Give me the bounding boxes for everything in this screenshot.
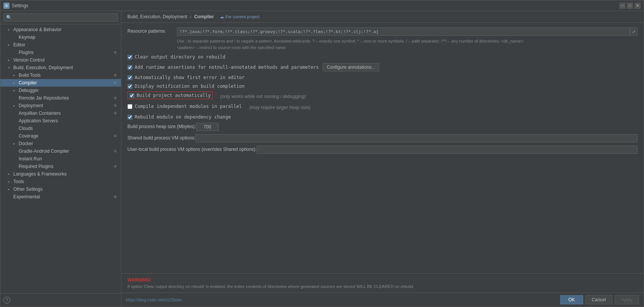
sidebar-item-other-settings[interactable]: ▸ Other Settings xyxy=(0,185,121,193)
resource-patterns-field-container: ⤢ xyxy=(177,27,638,36)
help-icon: ? xyxy=(6,298,8,302)
maximize-button[interactable]: □ xyxy=(627,3,633,9)
sidebar-item-label: Instant Run xyxy=(19,156,118,161)
sidebar-item-label: Build Tools xyxy=(19,73,113,78)
sidebar-item-label: Version Control xyxy=(13,57,118,63)
close-button[interactable]: ✕ xyxy=(634,3,641,9)
display-notification-label: Display notification on build completion xyxy=(135,84,245,89)
expand-button[interactable]: ⤢ xyxy=(630,27,638,36)
current-project-badge: ☁ For current project xyxy=(220,14,259,19)
heap-size-label: Build process heap size (Mbytes): xyxy=(127,123,196,129)
breadcrumb: Build, Execution, Deployment › Compiler xyxy=(127,14,214,19)
compile-parallel-label: Compile independent modules in parallel xyxy=(135,104,242,109)
sidebar-item-label: Debugger xyxy=(19,88,118,93)
build-automatically-checkbox[interactable] xyxy=(129,93,134,98)
clear-output-label: Clear output directory on rebuild xyxy=(135,54,225,60)
show-first-error-label: Automatically show first error in editor xyxy=(135,75,245,80)
settings-icon: ⚙ xyxy=(113,103,118,108)
breadcrumb-current: Compiler xyxy=(194,14,214,19)
sidebar-item-required-plugins[interactable]: Required Plugins ⚙ xyxy=(0,163,121,170)
sidebar-item-clouds[interactable]: Clouds xyxy=(0,125,121,132)
sidebar-item-build-tools[interactable]: ▸ Build Tools ⚙ xyxy=(0,71,121,79)
sidebar-item-label: Languages & Frameworks xyxy=(13,171,118,177)
display-notification-checkbox[interactable] xyxy=(127,84,132,89)
sidebar-item-languages[interactable]: ▸ Languages & Frameworks xyxy=(0,170,121,178)
main-content: ▸ Appearance & Behavior Keymap ▸ Editor … xyxy=(0,11,644,307)
resource-patterns-hint: Use ; to separate patterns and ! to nega… xyxy=(177,38,638,51)
sidebar-item-label: Other Settings xyxy=(13,187,118,192)
minimize-button[interactable]: ─ xyxy=(619,3,625,9)
arrow-icon: ▸ xyxy=(13,104,18,108)
configure-annotations-button[interactable]: Configure annotations... xyxy=(323,63,379,71)
arrow-icon: ▸ xyxy=(13,89,18,92)
settings-icon: ⚙ xyxy=(113,133,118,139)
sidebar-item-docker[interactable]: ▸ Docker xyxy=(0,140,121,147)
sidebar-item-deployment[interactable]: ▸ Deployment ⚙ xyxy=(0,102,121,109)
bottom-bar: https://blog.csdn.net/a123lwlw OK Cancel… xyxy=(121,293,644,307)
sidebar-item-label: Editor xyxy=(13,42,118,47)
sidebar: ▸ Appearance & Behavior Keymap ▸ Editor … xyxy=(0,11,121,307)
sidebar-item-keymap[interactable]: Keymap xyxy=(0,33,121,41)
shared-vm-row: Shared build process VM options: xyxy=(127,134,638,142)
resource-patterns-input[interactable] xyxy=(177,27,630,36)
checkbox-build-automatically-row: Build project automatically (only works … xyxy=(127,92,638,101)
resource-hint-line1: Use ; to separate patterns and ! to nega… xyxy=(177,38,638,44)
arrow-icon: ▸ xyxy=(8,43,13,47)
rebuild-module-label: Rebuild module on dependency change xyxy=(135,114,231,120)
cancel-button[interactable]: Cancel xyxy=(585,295,612,304)
shared-vm-input[interactable] xyxy=(196,134,638,142)
window-title: Settings xyxy=(12,3,28,8)
sidebar-item-debugger[interactable]: ▸ Debugger xyxy=(0,87,121,94)
build-automatically-note: (only works while not running / debuggin… xyxy=(220,94,306,99)
show-first-error-checkbox[interactable] xyxy=(127,75,132,80)
arrow-icon: ▸ xyxy=(13,81,18,85)
sidebar-item-editor[interactable]: ▸ Editor xyxy=(0,41,121,49)
sidebar-item-instant-run[interactable]: Instant Run xyxy=(0,155,121,163)
resource-hint-line2: <pattern> – restrict to source roots wit… xyxy=(177,44,638,51)
url-link[interactable]: https://blog.csdn.net/a123lwlw xyxy=(126,298,182,302)
sidebar-item-compiler[interactable]: ▸ Compiler ⚙ xyxy=(0,79,121,87)
settings-icon: ⚙ xyxy=(113,149,118,154)
sidebar-item-tools[interactable]: ▸ Tools xyxy=(0,178,121,185)
sidebar-item-application-servers[interactable]: Application Servers xyxy=(0,117,121,125)
settings-window: ⚙ Settings ─ □ ✕ ▸ Appearance & Behavior xyxy=(0,0,644,307)
sidebar-item-build-execution[interactable]: ▾ Build, Execution, Deployment xyxy=(0,64,121,71)
resource-patterns-row: Resource patterns: ⤢ xyxy=(127,27,638,36)
help-button[interactable]: ? xyxy=(3,297,10,304)
arrow-icon: ▸ xyxy=(8,180,13,184)
sidebar-item-coverage[interactable]: Coverage ⚙ xyxy=(0,132,121,140)
apply-button[interactable]: Apply xyxy=(615,295,639,304)
user-local-vm-row: User-local build process VM options (ove… xyxy=(127,146,638,154)
compile-parallel-checkbox[interactable] xyxy=(127,104,132,109)
panel-body: Resource patterns: ⤢ Use ; to separate p… xyxy=(121,23,644,273)
clear-output-checkbox[interactable] xyxy=(127,55,132,60)
runtime-assertions-checkbox[interactable] xyxy=(127,65,132,70)
sidebar-item-label: Appearance & Behavior xyxy=(13,27,118,32)
sidebar-item-plugins[interactable]: Plugins ⚙ xyxy=(0,49,121,56)
search-box xyxy=(0,11,121,24)
sidebar-item-version-control[interactable]: ▸ Version Control xyxy=(0,56,121,64)
sidebar-item-label: Arquillian Containers xyxy=(19,111,113,116)
nav-tree: ▸ Appearance & Behavior Keymap ▸ Editor … xyxy=(0,24,121,293)
checkbox-compile-parallel-row: Compile independent modules in parallel … xyxy=(127,103,638,112)
sidebar-item-experimental[interactable]: Experimental ⚙ xyxy=(0,193,121,201)
sidebar-item-appearance[interactable]: ▸ Appearance & Behavior xyxy=(0,26,121,33)
arrow-icon: ▸ xyxy=(13,142,18,146)
user-local-vm-input[interactable] xyxy=(257,146,638,154)
warning-section: WARNING! If option 'Clear output directo… xyxy=(121,273,644,293)
titlebar: ⚙ Settings ─ □ ✕ xyxy=(0,0,644,11)
sidebar-item-label: Compiler xyxy=(19,80,113,85)
sidebar-item-gradle-android[interactable]: Gradle-Android Compiler ⚙ xyxy=(0,147,121,155)
sidebar-item-label: Remote Jar Repositories xyxy=(19,95,113,101)
breadcrumb-separator: › xyxy=(190,14,192,19)
sidebar-item-remote-jar[interactable]: Remote Jar Repositories ⚙ xyxy=(0,94,121,102)
search-input[interactable] xyxy=(3,13,118,22)
titlebar-controls: ─ □ ✕ xyxy=(619,3,641,9)
rebuild-module-checkbox[interactable] xyxy=(127,115,132,120)
heap-size-input[interactable] xyxy=(196,123,219,131)
sidebar-item-label: Required Plugins xyxy=(19,164,113,169)
sidebar-item-arquillian[interactable]: Arquillian Containers ⚙ xyxy=(0,109,121,117)
arrow-down-icon: ▾ xyxy=(8,66,13,70)
warning-title: WARNING! xyxy=(127,277,638,283)
ok-button[interactable]: OK xyxy=(560,295,583,304)
